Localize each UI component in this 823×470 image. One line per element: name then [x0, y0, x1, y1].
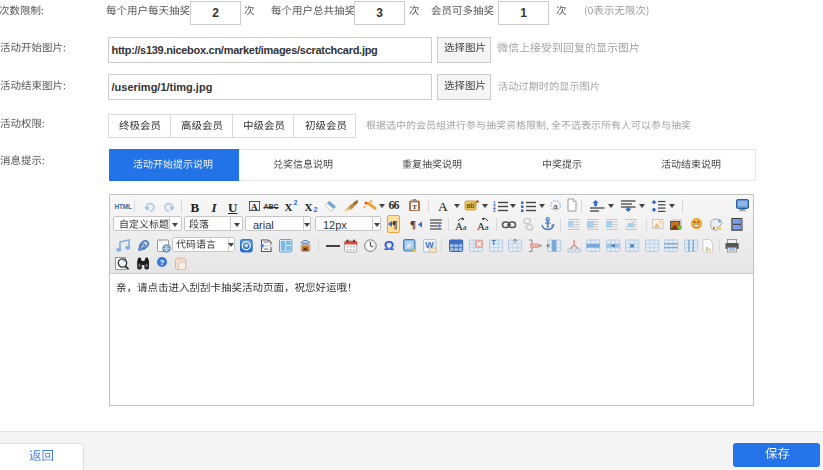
svg-text:¶: ¶	[392, 219, 397, 230]
svg-text:A: A	[455, 220, 463, 232]
svg-text:¶: ¶	[410, 218, 416, 230]
svg-text:T: T	[491, 239, 496, 246]
svg-text:T: T	[412, 203, 417, 211]
svg-text:ab: ab	[466, 202, 474, 209]
svg-text:a: a	[553, 201, 558, 210]
svg-text:A: A	[477, 220, 485, 232]
svg-text:?: ?	[159, 258, 164, 267]
svg-text:a: a	[485, 223, 489, 232]
svg-text:a: a	[463, 223, 467, 232]
